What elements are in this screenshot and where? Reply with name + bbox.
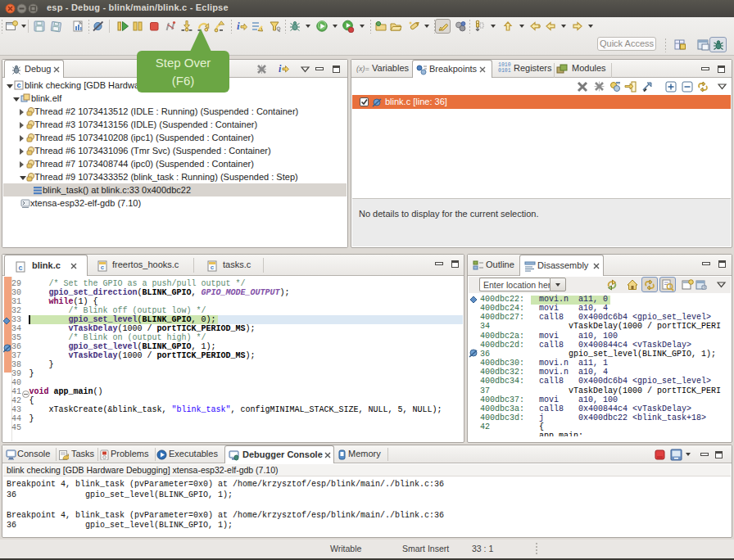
svg-text:c: c [16,81,20,89]
svg-text:c: c [18,264,22,272]
svg-text:c: c [211,264,215,271]
svg-text:i: i [279,63,282,75]
svg-text:c: c [101,264,105,271]
svg-text:i: i [237,20,240,32]
